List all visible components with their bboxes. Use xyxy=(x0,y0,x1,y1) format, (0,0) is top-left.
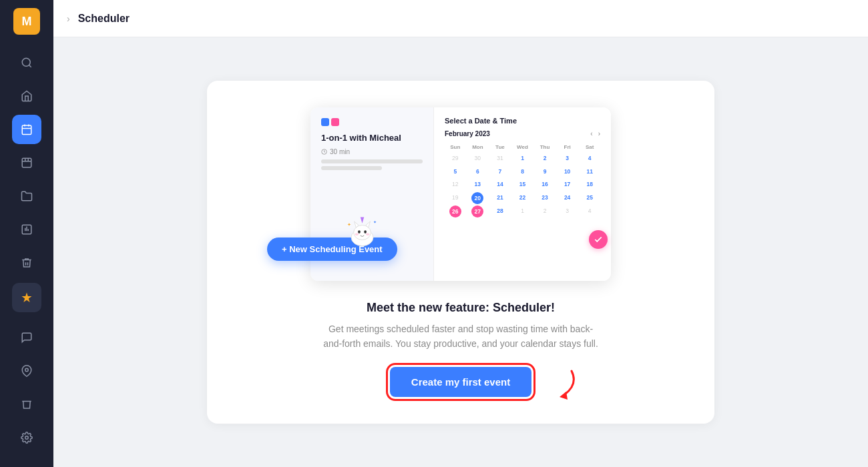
cal-day[interactable]: 19 xyxy=(445,192,466,204)
cal-day[interactable]: 12 xyxy=(445,179,466,191)
create-first-event-button[interactable]: Create my first event xyxy=(390,367,531,397)
cal-day[interactable]: 18 xyxy=(579,179,600,191)
svg-text:✦: ✦ xyxy=(373,219,377,223)
day-header-sat: Sat xyxy=(579,143,600,151)
cal-day[interactable]: 2 xyxy=(534,205,556,217)
feature-card: 1-on-1 with Micheal 30 min Select a Date… xyxy=(207,81,714,424)
cal-day[interactable]: 6 xyxy=(467,166,489,178)
cal-day[interactable]: 5 xyxy=(445,166,466,178)
main-area: › Scheduler 1-on-1 with Micheal xyxy=(53,0,868,467)
calendar-grid: Sun Mon Tue Wed Thu Fri Sat 29 30 31 1 xyxy=(445,143,600,218)
illustration-area: 1-on-1 with Micheal 30 min Select a Date… xyxy=(227,101,694,288)
cal-day[interactable]: 29 xyxy=(445,153,466,165)
svg-rect-2 xyxy=(22,125,31,135)
cal-day[interactable]: 1 xyxy=(512,153,533,165)
svg-point-20 xyxy=(364,230,367,234)
content-area: 1-on-1 with Micheal 30 min Select a Date… xyxy=(53,37,868,467)
sidebar-item-location[interactable] xyxy=(12,356,41,386)
feature-title: Meet the new feature: Scheduler! xyxy=(367,301,555,315)
cta-wrapper: Create my first event xyxy=(390,367,531,397)
sidebar: M xyxy=(0,0,53,467)
day-header-tue: Tue xyxy=(489,143,511,151)
next-month-button[interactable]: › xyxy=(598,130,600,137)
cal-day[interactable]: 21 xyxy=(489,192,511,204)
cal-day[interactable]: 4 xyxy=(579,205,600,217)
svg-point-22 xyxy=(366,233,370,236)
avatar[interactable]: M xyxy=(13,8,40,35)
cal-day[interactable]: 4 xyxy=(579,153,600,165)
day-header-thu: Thu xyxy=(534,143,556,151)
sidebar-item-calendar[interactable] xyxy=(12,148,41,177)
cal-day[interactable]: 16 xyxy=(534,179,556,191)
unicorn-mascot: ✦ ✦ xyxy=(344,214,381,251)
prev-month-button[interactable]: ‹ xyxy=(590,130,592,137)
checkmark-badge xyxy=(589,230,608,249)
day-header-wed: Wed xyxy=(512,143,533,151)
placeholder-line-2 xyxy=(321,166,382,170)
cal-day[interactable]: 7 xyxy=(489,166,511,178)
cal-day-selected-27[interactable]: 27 xyxy=(467,205,489,217)
feature-description: Get meetings scheduled faster and stop w… xyxy=(320,322,601,352)
event-title: 1-on-1 with Micheal xyxy=(321,133,423,143)
brand-logo xyxy=(321,118,423,126)
cal-day[interactable]: 8 xyxy=(512,166,533,178)
placeholder-line-1 xyxy=(321,159,423,163)
date-picker-panel: Select a Date & Time February 2023 ‹ › S… xyxy=(434,107,611,281)
month-label: February 2023 xyxy=(445,130,490,137)
cal-day[interactable]: 11 xyxy=(579,166,600,178)
sidebar-item-scheduler[interactable] xyxy=(12,115,41,144)
cal-day[interactable]: 10 xyxy=(557,166,578,178)
cal-day[interactable]: 14 xyxy=(489,179,511,191)
sidebar-item-home[interactable] xyxy=(12,81,41,111)
sidebar-sparkle-button[interactable] xyxy=(12,283,41,312)
sidebar-item-reports[interactable] xyxy=(12,215,41,244)
cal-day[interactable]: 13 xyxy=(467,179,489,191)
page-title: Scheduler xyxy=(78,13,130,25)
svg-point-19 xyxy=(358,230,361,234)
cal-day[interactable]: 2 xyxy=(534,153,556,165)
day-header-sun: Sun xyxy=(445,143,466,151)
cal-day[interactable]: 9 xyxy=(534,166,556,178)
day-header-mon: Mon xyxy=(467,143,489,151)
logo-blue xyxy=(321,118,329,126)
sidebar-item-trash[interactable] xyxy=(12,248,41,278)
month-navigator: February 2023 ‹ › xyxy=(445,130,600,137)
cal-day[interactable]: 3 xyxy=(557,153,578,165)
sidebar-item-folder[interactable] xyxy=(12,181,41,211)
cal-day[interactable]: 24 xyxy=(557,192,578,204)
date-time-title: Select a Date & Time xyxy=(445,117,600,125)
topbar: › Scheduler xyxy=(53,0,868,37)
cal-day[interactable]: 25 xyxy=(579,192,600,204)
expand-chevron[interactable]: › xyxy=(67,13,70,24)
svg-point-11 xyxy=(25,368,29,372)
svg-point-12 xyxy=(25,436,29,440)
cal-day[interactable]: 3 xyxy=(557,205,578,217)
cal-day[interactable]: 1 xyxy=(512,205,533,217)
sidebar-item-search[interactable] xyxy=(12,48,41,77)
cal-day[interactable]: 23 xyxy=(534,192,556,204)
cal-day-today[interactable]: 20 xyxy=(467,192,489,204)
sidebar-item-settings[interactable] xyxy=(12,423,41,452)
cal-day[interactable]: 30 xyxy=(467,153,489,165)
svg-marker-25 xyxy=(560,392,568,400)
svg-point-21 xyxy=(355,233,359,236)
logo-pink xyxy=(331,118,339,126)
sidebar-item-delete[interactable] xyxy=(12,390,41,419)
day-header-fri: Fri xyxy=(557,143,578,151)
arrow-svg xyxy=(525,368,578,401)
svg-marker-18 xyxy=(361,217,365,223)
cal-day[interactable]: 28 xyxy=(489,205,511,217)
cal-day-selected-26[interactable]: 26 xyxy=(445,205,466,217)
svg-point-0 xyxy=(22,58,30,66)
event-duration: 30 min xyxy=(321,148,423,155)
arrow-indicator xyxy=(525,368,578,404)
cal-day[interactable]: 22 xyxy=(512,192,533,204)
cal-day[interactable]: 17 xyxy=(557,179,578,191)
cal-day[interactable]: 15 xyxy=(512,179,533,191)
svg-rect-6 xyxy=(22,158,31,167)
svg-text:✦: ✦ xyxy=(347,221,351,227)
svg-line-1 xyxy=(29,65,31,67)
sidebar-nav xyxy=(12,48,41,278)
sidebar-item-chat[interactable] xyxy=(12,323,41,352)
cal-day[interactable]: 31 xyxy=(489,153,511,165)
